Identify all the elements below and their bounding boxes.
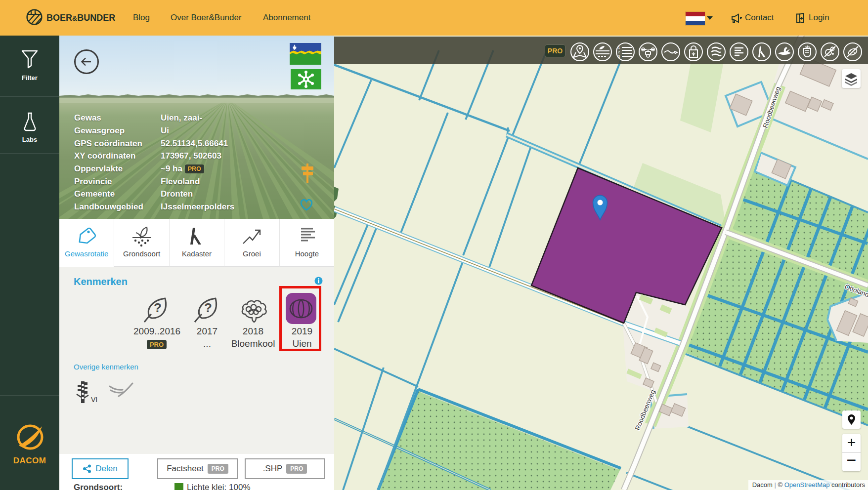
svg-text:2: 2 xyxy=(618,50,620,54)
svg-text:3: 3 xyxy=(618,54,620,59)
svg-text:?: ? xyxy=(204,300,212,315)
svg-text:?: ? xyxy=(154,300,162,315)
svg-text:1: 1 xyxy=(618,45,620,50)
